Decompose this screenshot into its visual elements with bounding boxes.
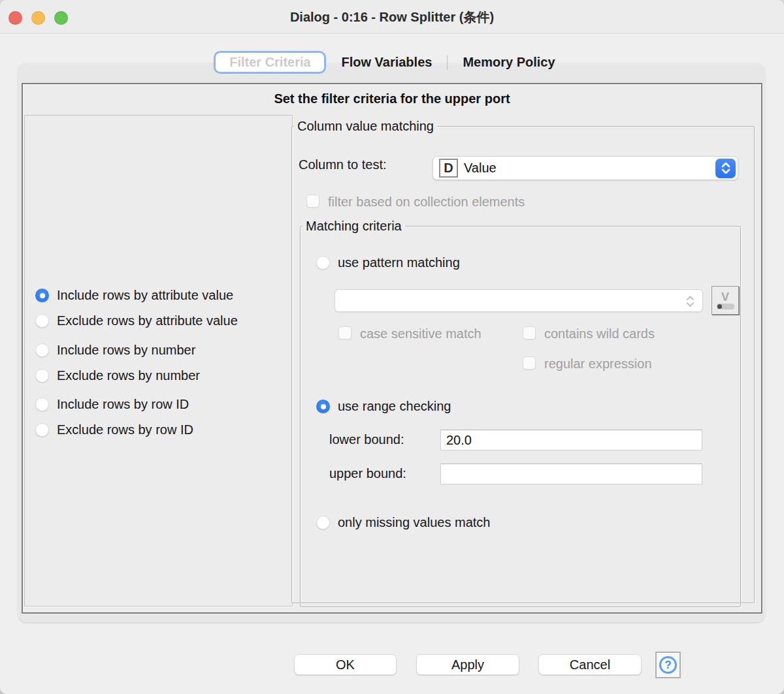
- cancel-button-label: Cancel: [570, 657, 610, 672]
- dropdown-chevrons-icon: [715, 159, 736, 178]
- case-sensitive-checkbox[interactable]: [338, 326, 351, 339]
- radio-label: only missing values match: [338, 515, 490, 530]
- pattern-combobox[interactable]: [335, 289, 703, 312]
- collection-elements-checkbox[interactable]: [306, 195, 319, 208]
- radio-button-icon: [35, 314, 49, 328]
- radio-button-icon: [316, 256, 330, 270]
- tab-memory-policy[interactable]: Memory Policy: [448, 51, 570, 74]
- radio-button-icon: [35, 423, 49, 437]
- radio-only-missing-values[interactable]: only missing values match: [316, 515, 490, 530]
- column-value-matching-legend: Column value matching: [294, 119, 437, 134]
- radio-include-number[interactable]: Include rows by number: [35, 343, 195, 358]
- lower-bound-label: lower bound:: [329, 432, 404, 447]
- ok-button-label: OK: [336, 657, 355, 672]
- radio-label: use pattern matching: [338, 255, 460, 270]
- matching-criteria-group: Matching criteria use pattern matching V: [300, 219, 741, 607]
- title-bar: Dialog - 0:16 - Row Splitter (条件): [0, 0, 784, 34]
- radio-use-range-checking[interactable]: use range checking: [316, 399, 451, 414]
- radio-use-pattern-matching[interactable]: use pattern matching: [316, 255, 460, 270]
- wild-cards-label: contains wild cards: [544, 326, 655, 341]
- double-type-icon: D: [439, 159, 458, 178]
- column-value-matching-group: Column value matching Column to test: D …: [291, 119, 755, 603]
- radio-include-rowid[interactable]: Include rows by row ID: [35, 397, 189, 412]
- zoom-window-button[interactable]: [54, 11, 68, 25]
- help-button[interactable]: ?: [655, 652, 681, 678]
- radio-button-icon: [316, 516, 330, 529]
- filter-criteria-panel: Set the filter criteria for the upper po…: [22, 83, 762, 614]
- radio-exclude-attribute[interactable]: Exclude rows by attribute value: [35, 313, 238, 328]
- apply-button-label: Apply: [451, 657, 484, 672]
- radio-exclude-number[interactable]: Exclude rows by number: [35, 368, 200, 383]
- radio-exclude-rowid[interactable]: Exclude rows by row ID: [35, 422, 193, 437]
- tab-filter-criteria[interactable]: Filter Criteria: [214, 51, 326, 74]
- cancel-button[interactable]: Cancel: [538, 654, 642, 675]
- radio-label: Exclude rows by number: [57, 368, 200, 383]
- dialog-window: Dialog - 0:16 - Row Splitter (条件) Filter…: [0, 0, 784, 694]
- upper-bound-input[interactable]: [440, 464, 702, 484]
- regular-expression-label: regular expression: [544, 356, 652, 371]
- radio-label: Include rows by attribute value: [57, 288, 233, 303]
- radio-label: Include rows by number: [57, 343, 195, 358]
- window-title: Dialog - 0:16 - Row Splitter (条件): [78, 0, 706, 34]
- case-sensitive-label: case sensitive match: [360, 326, 482, 341]
- flow-variable-v-icon: V: [721, 292, 729, 302]
- radio-label: Exclude rows by attribute value: [57, 313, 238, 328]
- flow-variable-bar-icon: [717, 304, 734, 309]
- filter-mode-panel: Include rows by attribute value Exclude …: [24, 115, 293, 607]
- tab-flow-variables[interactable]: Flow Variables: [326, 51, 447, 74]
- tab-flow-variables-label: Flow Variables: [341, 55, 432, 70]
- help-question-icon: ?: [659, 656, 677, 674]
- column-to-test-label: Column to test:: [299, 157, 387, 172]
- radio-button-icon: [35, 343, 49, 357]
- radio-button-icon: [35, 289, 49, 302]
- radio-label: Include rows by row ID: [57, 397, 189, 412]
- radio-button-icon: [35, 398, 49, 411]
- radio-include-attribute[interactable]: Include rows by attribute value: [35, 288, 233, 303]
- radio-label: Exclude rows by row ID: [57, 422, 193, 437]
- tab-bar: Filter Criteria Flow Variables Memory Po…: [0, 51, 784, 74]
- flow-variable-button[interactable]: V: [711, 286, 739, 315]
- upper-bound-label: upper bound:: [329, 466, 406, 481]
- apply-button[interactable]: Apply: [416, 654, 519, 675]
- lower-bound-input[interactable]: [440, 430, 702, 450]
- combo-chevrons-icon: [683, 292, 696, 310]
- panel-header: Set the filter criteria for the upper po…: [23, 91, 761, 106]
- column-select-dropdown[interactable]: D Value: [433, 156, 738, 180]
- matching-criteria-legend: Matching criteria: [302, 219, 405, 234]
- radio-label: use range checking: [338, 399, 451, 414]
- wild-cards-checkbox[interactable]: [523, 326, 536, 339]
- collection-elements-label: filter based on collection elements: [328, 195, 525, 210]
- close-window-button[interactable]: [8, 11, 22, 25]
- regular-expression-checkbox[interactable]: [523, 356, 536, 370]
- tab-filter-criteria-label: Filter Criteria: [229, 55, 310, 70]
- tab-memory-policy-label: Memory Policy: [463, 55, 555, 70]
- radio-button-icon: [35, 369, 49, 383]
- minimize-window-button[interactable]: [31, 11, 45, 25]
- radio-button-icon: [316, 400, 330, 413]
- selected-column-value: Value: [464, 161, 715, 176]
- ok-button[interactable]: OK: [294, 654, 397, 675]
